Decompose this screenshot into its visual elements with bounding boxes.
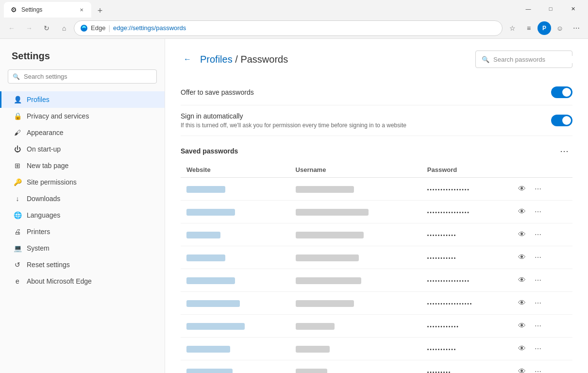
website-cell <box>181 178 290 201</box>
newtab-icon: ⊞ <box>13 161 22 170</box>
minimize-button[interactable]: — <box>517 1 539 17</box>
sidebar-item-printers[interactable]: 🖨 Printers <box>0 223 165 240</box>
emoji-button[interactable]: ☺ <box>552 20 568 36</box>
search-settings-input[interactable] <box>8 69 157 84</box>
website-cell <box>181 315 290 338</box>
show-password-button[interactable]: 👁 <box>516 320 528 332</box>
table-body: •••••••••••••••• 👁 ⋯ •••••••••••••••• 👁 … <box>181 178 572 373</box>
table-row: ••••••••••• 👁 ⋯ <box>181 223 572 246</box>
home-button[interactable]: ⌂ <box>56 20 72 36</box>
settings-tab[interactable]: ⚙ Settings ✕ <box>4 2 91 17</box>
show-password-button[interactable]: 👁 <box>516 205 528 218</box>
more-tools-button[interactable]: ⋯ <box>569 20 584 36</box>
forward-button[interactable]: → <box>21 20 37 36</box>
password-column-header: Password <box>421 162 510 178</box>
website-cell <box>181 360 290 373</box>
reset-icon: ↺ <box>13 260 22 269</box>
system-icon: 💻 <box>13 244 22 253</box>
favorites-button[interactable]: ☆ <box>504 20 520 36</box>
password-cell: •••••••••••••••• <box>421 201 510 223</box>
sidebar-item-reset[interactable]: ↺ Reset settings <box>0 256 165 273</box>
search-passwords-input[interactable] <box>493 56 575 63</box>
back-to-profiles-button[interactable]: ← <box>181 52 194 66</box>
permissions-icon: 🔑 <box>13 178 22 186</box>
address-bar[interactable]: Edge | edge://settings/passwords <box>74 20 503 36</box>
sidebar-item-permissions[interactable]: 🔑 Site permissions <box>0 174 165 190</box>
sidebar-item-about[interactable]: e About Microsoft Edge <box>0 273 165 289</box>
search-settings-icon: 🔍 <box>13 73 20 80</box>
saved-passwords-more-button[interactable]: ⋯ <box>556 144 572 158</box>
close-button[interactable]: ✕ <box>562 1 584 17</box>
new-tab-button[interactable]: + <box>93 4 107 17</box>
sidebar-item-label: Appearance <box>27 129 64 136</box>
sidebar-item-label: Privacy and services <box>27 112 89 120</box>
username-cell <box>290 338 421 360</box>
table-row: •••••••••••••••• 👁 ⋯ <box>181 178 572 201</box>
row-more-button[interactable]: ⋯ <box>532 183 544 195</box>
password-cell: ••••••••• <box>421 360 510 373</box>
sidebar-item-appearance[interactable]: 🖌 Appearance <box>0 124 165 141</box>
username-cell <box>290 246 421 269</box>
languages-icon: 🌐 <box>13 211 22 220</box>
tab-title: Settings <box>21 6 74 13</box>
table-row: •••••••••••••••• 👁 ⋯ <box>181 201 572 223</box>
window-controls: — □ ✕ <box>517 1 584 17</box>
row-more-button[interactable]: ⋯ <box>532 343 544 355</box>
row-actions: 👁 ⋯ <box>516 297 567 309</box>
row-actions-cell: 👁 ⋯ <box>510 201 572 223</box>
main-content: Settings 🔍 👤 Profiles 🔒 Privacy and serv… <box>0 39 588 373</box>
show-password-button[interactable]: 👁 <box>516 342 528 355</box>
sign-in-auto-toggle[interactable] <box>551 115 572 126</box>
privacy-icon: 🔒 <box>13 112 22 120</box>
profile-button[interactable]: P <box>538 21 551 35</box>
profiles-icon: 👤 <box>13 95 22 104</box>
sidebar-item-system[interactable]: 💻 System <box>0 240 165 256</box>
sidebar-item-profiles[interactable]: 👤 Profiles <box>0 91 165 108</box>
password-cell: ••••••••••• <box>421 338 510 360</box>
table-row: ••••••••••• 👁 ⋯ <box>181 338 572 360</box>
sidebar-item-onstartup[interactable]: ⏻ On start-up <box>0 141 165 157</box>
show-password-button[interactable]: 👁 <box>516 183 528 195</box>
row-actions-cell: 👁 ⋯ <box>510 315 572 338</box>
show-password-button[interactable]: 👁 <box>516 228 528 241</box>
row-more-button[interactable]: ⋯ <box>532 297 544 309</box>
table-row: ••••••••••• 👁 ⋯ <box>181 246 572 269</box>
onstartup-icon: ⏻ <box>13 145 22 153</box>
row-more-button[interactable]: ⋯ <box>532 366 544 373</box>
row-more-button[interactable]: ⋯ <box>532 206 544 218</box>
sidebar-item-newtab[interactable]: ⊞ New tab page <box>0 157 165 174</box>
table-row: •••••••••••••••• 👁 ⋯ <box>181 269 572 292</box>
password-cell: •••••••••••••••• <box>421 269 510 292</box>
show-password-button[interactable]: 👁 <box>516 251 528 264</box>
row-more-button[interactable]: ⋯ <box>532 252 544 263</box>
username-cell <box>290 315 421 338</box>
sidebar-item-label: Downloads <box>27 195 60 203</box>
sidebar-item-languages[interactable]: 🌐 Languages <box>0 207 165 223</box>
breadcrumb-profiles-link[interactable]: Profiles <box>200 54 233 65</box>
sidebar-title: Settings <box>0 47 165 69</box>
back-button[interactable]: ← <box>4 20 19 36</box>
row-more-button[interactable]: ⋯ <box>532 274 544 286</box>
show-password-button[interactable]: 👁 <box>516 297 528 309</box>
search-passwords-box: 🔍 <box>475 51 572 68</box>
sidebar-item-label: Printers <box>27 228 50 236</box>
maximize-button[interactable]: □ <box>539 1 562 17</box>
row-actions: 👁 ⋯ <box>516 274 567 287</box>
sidebar: Settings 🔍 👤 Profiles 🔒 Privacy and serv… <box>0 39 165 373</box>
row-actions: 👁 ⋯ <box>516 183 567 195</box>
sidebar-item-label: On start-up <box>27 145 61 153</box>
sidebar-item-label: New tab page <box>27 162 68 170</box>
sidebar-item-downloads[interactable]: ↓ Downloads <box>0 190 165 207</box>
offer-save-toggle[interactable] <box>551 86 572 98</box>
row-more-button[interactable]: ⋯ <box>532 320 544 332</box>
content-area: ← Profiles / Passwords 🔍 Offer to save p… <box>165 39 588 373</box>
row-actions: 👁 ⋯ <box>516 251 567 264</box>
username-cell <box>290 201 421 223</box>
show-password-button[interactable]: 👁 <box>516 274 528 287</box>
tab-close-button[interactable]: ✕ <box>78 6 85 14</box>
collections-button[interactable]: ≡ <box>521 20 537 36</box>
show-password-button[interactable]: 👁 <box>516 365 528 373</box>
refresh-button[interactable]: ↻ <box>39 20 54 36</box>
row-more-button[interactable]: ⋯ <box>532 229 544 240</box>
sidebar-item-privacy[interactable]: 🔒 Privacy and services <box>0 108 165 124</box>
